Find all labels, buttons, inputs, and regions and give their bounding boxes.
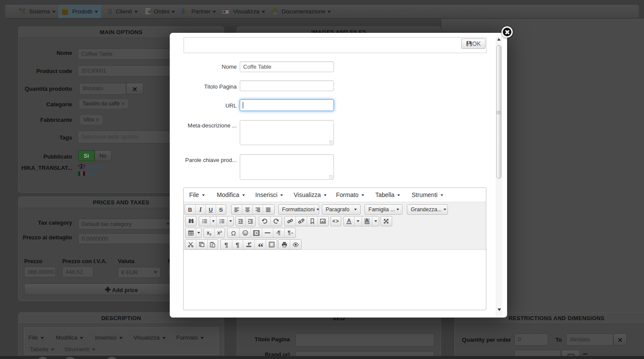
svg-text:¶: ¶ — [287, 230, 290, 236]
svg-text:¶: ¶ — [277, 230, 280, 236]
